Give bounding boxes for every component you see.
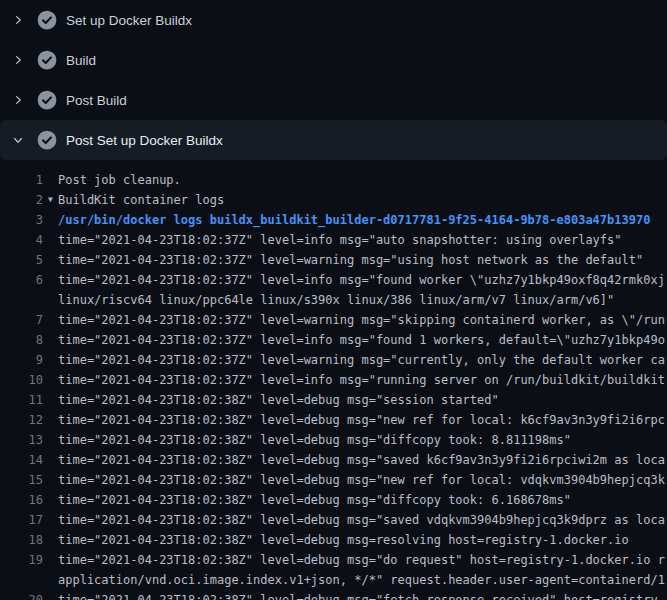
log-line: 1Post job cleanup.	[0, 170, 667, 190]
check-circle-icon	[37, 90, 57, 110]
chevron-right-icon	[10, 52, 26, 68]
log-line: 20time="2021-04-23T18:02:38Z" level=debu…	[0, 590, 667, 600]
step-label: Build	[66, 53, 96, 68]
line-number[interactable]: 6	[0, 270, 43, 290]
collapse-triangle-icon[interactable]: ▼	[43, 190, 58, 210]
log-text: time="2021-04-23T18:02:38Z" level=debug …	[58, 410, 665, 430]
check-circle-icon	[37, 10, 57, 30]
line-number[interactable]: 14	[0, 450, 43, 470]
line-number[interactable]: 12	[0, 410, 43, 430]
log-text: time="2021-04-23T18:02:38Z" level=debug …	[58, 590, 665, 600]
step-row-build[interactable]: Build	[0, 40, 667, 80]
log-text: time="2021-04-23T18:02:38Z" level=debug …	[58, 510, 665, 530]
chevron-right-icon	[10, 12, 26, 28]
log-text: time="2021-04-23T18:02:37Z" level=info m…	[58, 230, 622, 250]
log-line: 19time="2021-04-23T18:02:38Z" level=debu…	[0, 550, 667, 570]
log-line: 5time="2021-04-23T18:02:37Z" level=warni…	[0, 250, 667, 270]
check-circle-icon	[37, 50, 57, 70]
line-number[interactable]: 2	[0, 190, 43, 210]
log-text: time="2021-04-23T18:02:37Z" level=info m…	[58, 330, 665, 350]
log-line: 16time="2021-04-23T18:02:38Z" level=debu…	[0, 490, 667, 510]
log-text: time="2021-04-23T18:02:37Z" level=warnin…	[58, 350, 665, 370]
log-line: 11time="2021-04-23T18:02:38Z" level=debu…	[0, 390, 667, 410]
log-line-wrap-continuation: application/vnd.oci.image.index.v1+json,…	[0, 570, 667, 590]
log-line: 10time="2021-04-23T18:02:37Z" level=info…	[0, 370, 667, 390]
log-line: 15time="2021-04-23T18:02:38Z" level=debu…	[0, 470, 667, 490]
line-number	[0, 290, 43, 310]
log-line: 17time="2021-04-23T18:02:38Z" level=debu…	[0, 510, 667, 530]
log-command-text: /usr/bin/docker logs buildx_buildkit_bui…	[58, 210, 650, 230]
line-number[interactable]: 13	[0, 430, 43, 450]
log-text: time="2021-04-23T18:02:37Z" level=info m…	[58, 270, 665, 290]
line-number[interactable]: 3	[0, 210, 43, 230]
line-number[interactable]: 1	[0, 170, 43, 190]
line-number[interactable]: 7	[0, 310, 43, 330]
line-number[interactable]: 4	[0, 230, 43, 250]
step-row-post-setup-docker-buildx[interactable]: Post Set up Docker Buildx	[0, 120, 667, 160]
log-line: 18time="2021-04-23T18:02:38Z" level=debu…	[0, 530, 667, 550]
log-line: 13time="2021-04-23T18:02:38Z" level=debu…	[0, 430, 667, 450]
log-line: 7time="2021-04-23T18:02:37Z" level=warni…	[0, 310, 667, 330]
log-line: 14time="2021-04-23T18:02:38Z" level=debu…	[0, 450, 667, 470]
line-number[interactable]: 15	[0, 470, 43, 490]
log-text: time="2021-04-23T18:02:38Z" level=debug …	[58, 530, 629, 550]
log-line: 12time="2021-04-23T18:02:38Z" level=debu…	[0, 410, 667, 430]
log-text: time="2021-04-23T18:02:38Z" level=debug …	[58, 450, 665, 470]
chevron-right-icon	[10, 92, 26, 108]
line-number[interactable]: 9	[0, 350, 43, 370]
step-label: Set up Docker Buildx	[66, 13, 192, 28]
line-number[interactable]: 11	[0, 390, 43, 410]
step-list: Set up Docker Buildx Build Post Build Po…	[0, 0, 667, 160]
log-text: time="2021-04-23T18:02:37Z" level=info m…	[58, 370, 665, 390]
log-text: time="2021-04-23T18:02:38Z" level=debug …	[58, 550, 665, 570]
line-number[interactable]: 18	[0, 530, 43, 550]
line-number[interactable]: 10	[0, 370, 43, 390]
log-group-title[interactable]: BuildKit container logs	[58, 190, 224, 210]
log-line-command: 3/usr/bin/docker logs buildx_buildkit_bu…	[0, 210, 667, 230]
log-text: linux/riscv64 linux/ppc64le linux/s390x …	[58, 290, 614, 310]
log-line: 4time="2021-04-23T18:02:37Z" level=info …	[0, 230, 667, 250]
step-label: Post Set up Docker Buildx	[66, 133, 223, 148]
chevron-down-icon	[10, 132, 26, 148]
log-output: 1Post job cleanup. 2▼BuildKit container …	[0, 160, 667, 600]
log-text: time="2021-04-23T18:02:38Z" level=debug …	[58, 490, 571, 510]
log-line: 9time="2021-04-23T18:02:37Z" level=warni…	[0, 350, 667, 370]
step-label: Post Build	[66, 93, 127, 108]
log-text: Post job cleanup.	[58, 170, 181, 190]
log-line-wrap-continuation: linux/riscv64 linux/ppc64le linux/s390x …	[0, 290, 667, 310]
log-text: time="2021-04-23T18:02:37Z" level=warnin…	[58, 250, 643, 270]
log-text: time="2021-04-23T18:02:38Z" level=debug …	[58, 430, 571, 450]
check-circle-icon	[37, 130, 57, 150]
line-number[interactable]: 5	[0, 250, 43, 270]
log-text: time="2021-04-23T18:02:38Z" level=debug …	[58, 470, 665, 490]
line-number[interactable]: 8	[0, 330, 43, 350]
step-row-setup-docker-buildx[interactable]: Set up Docker Buildx	[0, 0, 667, 40]
line-number	[0, 570, 43, 590]
log-text: time="2021-04-23T18:02:37Z" level=warnin…	[58, 310, 665, 330]
line-number[interactable]: 20	[0, 590, 43, 600]
line-number[interactable]: 19	[0, 550, 43, 570]
step-row-post-build[interactable]: Post Build	[0, 80, 667, 120]
line-number[interactable]: 17	[0, 510, 43, 530]
log-line: 6time="2021-04-23T18:02:37Z" level=info …	[0, 270, 667, 290]
log-line: 8time="2021-04-23T18:02:37Z" level=info …	[0, 330, 667, 350]
line-number[interactable]: 16	[0, 490, 43, 510]
log-text: time="2021-04-23T18:02:38Z" level=debug …	[58, 390, 499, 410]
log-line-group-header[interactable]: 2▼BuildKit container logs	[0, 190, 667, 210]
log-text: application/vnd.oci.image.index.v1+json,…	[58, 570, 667, 590]
